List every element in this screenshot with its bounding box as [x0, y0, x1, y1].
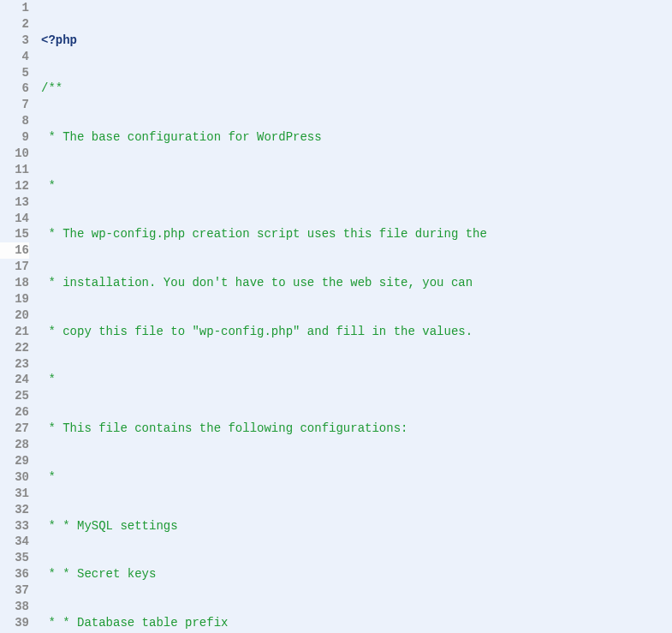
line-number: 29 [0, 453, 29, 469]
line-number: 5 [0, 65, 29, 81]
line-number: 25 [0, 388, 29, 404]
line-number: 37 [0, 582, 29, 599]
line-number: 32 [0, 502, 29, 518]
code-area[interactable]: <?php /** * The base configuration for W… [34, 0, 672, 633]
line-number: 33 [0, 518, 29, 534]
line-number: 6 [0, 81, 29, 97]
code-line: * [41, 178, 672, 194]
line-number: 20 [0, 308, 29, 324]
line-number: 17 [0, 259, 29, 275]
line-number: 3 [0, 33, 29, 49]
code-line: <?php [41, 33, 672, 49]
line-number: 34 [0, 534, 29, 550]
line-number: 22 [0, 340, 29, 356]
line-number: 9 [0, 129, 29, 146]
code-line: * * Database table prefix [41, 615, 672, 631]
line-number: 27 [0, 421, 29, 437]
line-number: 31 [0, 486, 29, 502]
code-line: * installation. You don't have to use th… [41, 275, 672, 291]
line-number: 8 [0, 113, 29, 129]
line-number: 39 [0, 615, 29, 631]
line-number: 24 [0, 372, 29, 388]
line-number: 13 [0, 194, 29, 211]
line-number: 26 [0, 404, 29, 421]
line-number: 30 [0, 469, 29, 486]
code-line: * * Secret keys [41, 566, 672, 582]
line-number: 10 [0, 146, 29, 162]
line-number: 11 [0, 162, 29, 178]
php-open-tag: <?php [41, 33, 77, 47]
line-number: 38 [0, 599, 29, 615]
line-number: 12 [0, 178, 29, 194]
code-editor[interactable]: 1234567891011121314151617181920212223242… [0, 0, 672, 633]
line-number: 19 [0, 291, 29, 308]
code-line: * This file contains the following confi… [41, 421, 672, 437]
line-number: 1 [0, 0, 29, 16]
code-line: * * MySQL settings [41, 518, 672, 534]
code-line: * The base configuration for WordPress [41, 129, 672, 146]
line-number: 21 [0, 324, 29, 340]
line-number: 23 [0, 356, 29, 373]
line-number: 16 [0, 242, 29, 259]
line-number: 4 [0, 49, 29, 65]
line-number: 28 [0, 437, 29, 453]
line-number: 2 [0, 16, 29, 33]
line-number: 35 [0, 550, 29, 566]
code-line: * The wp-config.php creation script uses… [41, 226, 672, 242]
code-line: * [41, 469, 672, 486]
line-number: 7 [0, 97, 29, 113]
code-line: * [41, 372, 672, 388]
line-number: 14 [0, 211, 29, 227]
code-line: /** [41, 81, 672, 97]
line-number-gutter: 1234567891011121314151617181920212223242… [0, 0, 34, 633]
code-line: * copy this file to "wp-config.php" and … [41, 324, 672, 340]
line-number: 15 [0, 226, 29, 242]
line-number: 18 [0, 275, 29, 291]
line-number: 36 [0, 566, 29, 582]
